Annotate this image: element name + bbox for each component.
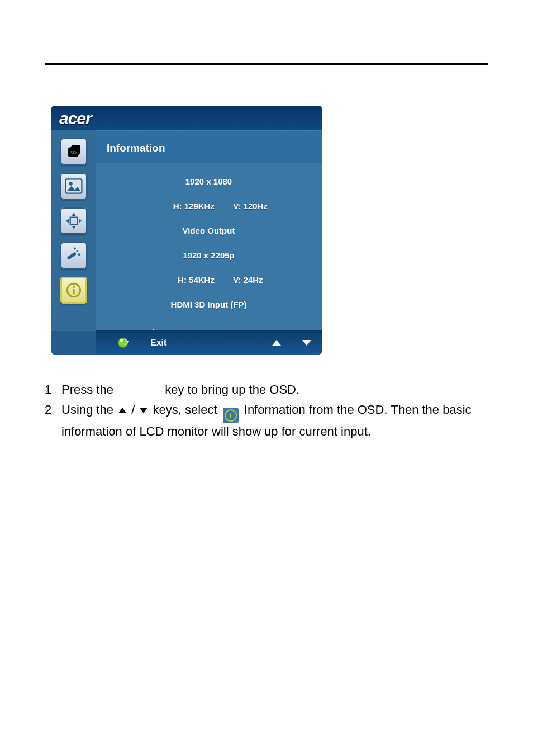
secondary-hfreq: H: 54KHz	[178, 275, 215, 285]
osd-primary-info: 1920 x 1080 H: 129KHz V: 120Hz Video Out…	[96, 176, 322, 237]
osd-header: acer	[51, 106, 322, 130]
primary-source: Video Output	[96, 225, 322, 237]
info-icon: i	[223, 408, 239, 423]
instruction-fragment: Using the	[61, 403, 113, 417]
nav-up-button[interactable]	[261, 340, 292, 346]
top-rule	[45, 63, 488, 65]
svg-point-6	[76, 250, 78, 252]
osd-section-title: Information	[107, 142, 165, 154]
instructions: 1 Press the key to bring up the OSD. 2 U…	[45, 381, 488, 443]
svg-point-3	[69, 182, 72, 185]
instruction-number: 1	[45, 381, 61, 398]
svg-rect-4	[70, 218, 77, 225]
instruction-fragment: Press the	[61, 382, 113, 396]
osd-content-area: 1920 x 1080 H: 129KHz V: 120Hz Video Out…	[96, 163, 322, 331]
svg-rect-11	[73, 289, 74, 295]
color-wand-icon	[63, 244, 85, 267]
osd-panel: acer Information 3D	[51, 106, 322, 355]
svg-point-7	[78, 253, 80, 256]
triangle-down-icon	[302, 340, 311, 346]
triangle-up-icon	[272, 340, 281, 346]
tab-position[interactable]	[60, 207, 87, 234]
primary-resolution: 1920 x 1080	[96, 176, 322, 188]
svg-point-8	[73, 247, 75, 249]
instruction-row: 2 Using the / keys, select i Information…	[45, 401, 488, 440]
position-icon	[63, 210, 85, 232]
tab-picture[interactable]	[60, 173, 87, 200]
svg-text:3D: 3D	[69, 149, 77, 155]
instruction-text: Press the key to bring up the OSD.	[61, 381, 488, 398]
instruction-text: Using the / keys, select i Information f…	[61, 401, 488, 440]
osd-secondary-info: 1920 x 2205p H: 54KHz V: 24Hz HDMI 3D In…	[96, 249, 322, 311]
secondary-resolution: 1920 x 2205p	[96, 249, 322, 262]
nav-down-button[interactable]	[292, 340, 322, 346]
eco-icon[interactable]	[118, 338, 128, 348]
3d-icon: 3D	[63, 140, 85, 163]
picture-icon	[63, 175, 85, 197]
secondary-vfreq: V: 24Hz	[233, 275, 263, 285]
exit-button[interactable]: Exit	[150, 338, 166, 348]
secondary-source: HDMI 3D Input (FP)	[96, 299, 322, 311]
info-icon	[63, 279, 85, 301]
tab-3d[interactable]: 3D	[60, 138, 87, 165]
osd-tab-column: 3D	[51, 130, 96, 331]
osd-content-header: Information	[96, 130, 322, 164]
instruction-row: 1 Press the key to bring up the OSD.	[45, 381, 488, 398]
primary-hfreq: H: 129KHz	[173, 201, 215, 211]
instruction-fragment: key to bring up the OSD.	[165, 382, 299, 396]
instruction-fragment: /	[131, 403, 135, 417]
triangle-up-icon	[118, 408, 126, 413]
tab-color[interactable]	[60, 242, 87, 269]
tab-information[interactable]	[60, 277, 87, 304]
triangle-down-icon	[140, 408, 147, 413]
primary-vfreq: V: 120Hz	[233, 201, 268, 211]
instruction-fragment: keys, select	[153, 403, 217, 417]
instruction-number: 2	[45, 401, 61, 440]
brand-logo: acer	[59, 109, 92, 128]
svg-point-10	[73, 286, 75, 288]
osd-bottom-bar: Exit	[96, 330, 322, 355]
instruction-fragment: Information from the OSD. Then the	[244, 403, 439, 417]
svg-rect-5	[66, 252, 77, 260]
